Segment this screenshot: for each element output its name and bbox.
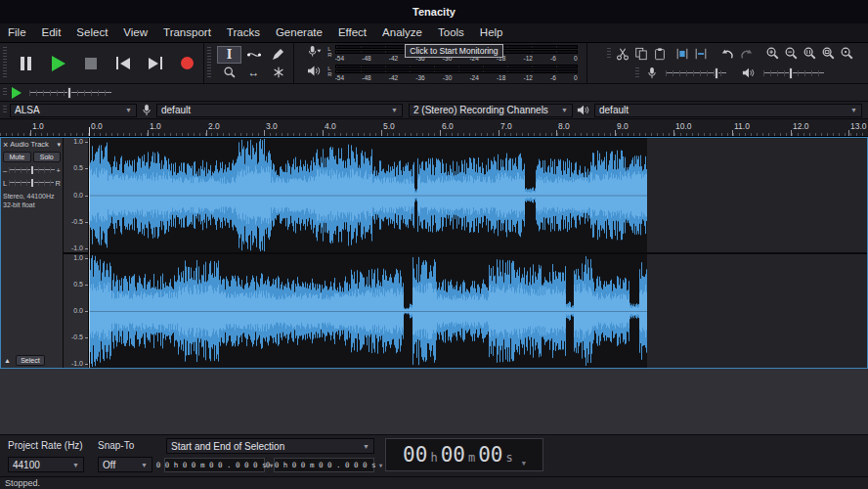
selection-start-time[interactable]: 0 0 h 0 0 m 0 0 . 0 0 0 s▼ [164,458,265,472]
play-speed-slider[interactable] [29,87,111,99]
zoom-out-icon [784,46,799,61]
pan-slider[interactable] [9,178,53,188]
ruler-tick-label: 2.0 [208,121,220,131]
toolbar-grip[interactable] [3,106,7,114]
play-meter-speaker-icon[interactable] [307,65,322,77]
project-rate-select[interactable]: 44100▼ [8,457,84,472]
menu-transport[interactable]: Transport [155,23,219,42]
play-button[interactable] [42,49,74,78]
silence-selection-button[interactable] [692,45,711,62]
mute-button[interactable]: Mute [3,152,31,162]
playback-meter-scale: -54-48-42-36-30-24-18-12-60 [335,74,578,82]
collapse-track-icon[interactable]: ▲ [4,357,11,364]
recording-meter[interactable]: LR -54-48-42-36-30-24-18-12-60 Click to … [303,44,577,64]
stop-button[interactable] [74,49,107,78]
slider-thumb[interactable] [30,178,34,188]
app-window: Tenacity FileEditSelectViewTransportTrac… [0,0,868,489]
menu-help[interactable]: Help [472,23,511,42]
play-at-speed-button[interactable] [10,84,25,101]
ruler-tick-label: 9.0 [617,121,629,131]
solo-button[interactable]: Solo [33,152,62,162]
track-menu-chevron-icon[interactable]: ▾ [57,141,61,149]
track-area: × Audio Track ▾ Mute Solo – + L R Stereo… [0,137,868,369]
draw-tool-button[interactable] [266,46,290,64]
zoom-toggle-button[interactable] [838,45,856,62]
toolbar-grip[interactable] [607,48,611,60]
slider-thumb[interactable] [67,87,71,99]
playback-device-select[interactable]: default▼ [594,104,862,117]
ruler-tick-label: 8.0 [558,121,570,131]
toolbar-grip[interactable] [635,67,639,79]
track-control-panel[interactable]: × Audio Track ▾ Mute Solo – + L R Stereo… [1,138,64,368]
track-title[interactable]: Audio Track [10,140,55,149]
menu-tracks[interactable]: Tracks [219,23,268,42]
gain-slider[interactable] [9,165,54,175]
menu-analyze[interactable]: Analyze [374,23,430,42]
envelope-tool-button[interactable] [241,46,266,64]
amplitude-scale-label: 0.5 [73,281,83,289]
amplitude-scale-label: 1.0 [73,254,83,262]
select-track-button[interactable]: Select [16,355,45,366]
cut-button[interactable] [614,45,632,62]
playback-volume-slider[interactable] [763,67,824,79]
zoom-tool-button[interactable] [217,64,241,81]
menu-view[interactable]: View [115,23,155,42]
status-text: Stopped. [5,478,40,488]
skip-to-start-button[interactable] [107,49,139,78]
skip-to-end-button[interactable] [139,49,171,78]
audio-position-display[interactable]: 00 h 00 m 00 s ▼ [385,438,543,471]
record-meter-mic-icon[interactable] [307,45,322,58]
menu-file[interactable]: File [0,23,34,42]
menu-tools[interactable]: Tools [430,23,472,42]
menu-effect[interactable]: Effect [330,23,374,42]
gain-plus-label: + [57,166,61,175]
paste-button[interactable] [651,45,670,62]
waveform-channel-2[interactable] [89,254,647,368]
selection-tool-button[interactable]: I [217,46,241,64]
time-shift-tool-button[interactable]: ↔ [241,64,266,81]
toolbar-grip[interactable] [3,47,7,79]
close-track-icon[interactable]: × [3,141,8,149]
menu-edit[interactable]: Edit [34,23,69,42]
redo-button[interactable] [737,45,756,62]
empty-track-space[interactable] [0,369,868,434]
menu-select[interactable]: Select [68,23,115,42]
copy-button[interactable] [632,45,651,62]
playback-meter-bar-l [335,65,578,68]
recording-volume-slider[interactable] [666,67,726,79]
toolbar-grip[interactable] [207,47,211,79]
audio-host-select[interactable]: ALSA▼ [10,104,137,117]
selection-end-time[interactable]: 0 0 h 0 0 m 0 0 . 0 0 0 s▼ [274,458,374,472]
project-rate-label: Project Rate (Hz) [8,440,83,451]
meter-channel-right: R [327,52,331,58]
device-toolbar: ALSA▼ default▼ 2 (Stereo) Recording Chan… [0,102,868,119]
undo-button[interactable] [718,45,737,62]
trim-outside-selection-button[interactable] [673,45,692,62]
multi-tool-button[interactable] [266,64,290,81]
slider-thumb[interactable] [715,67,718,79]
zoom-selection-button[interactable] [801,45,819,62]
meter-scale-value: -6 [550,55,556,63]
ruler-tick-mark [732,130,733,136]
zoom-in-button[interactable] [763,45,782,62]
menu-generate[interactable]: Generate [268,23,330,42]
zoom-fit-button[interactable] [819,45,838,62]
recording-channels-select[interactable]: 2 (Stereo) Recording Channels▼ [409,104,573,117]
recording-device-select[interactable]: default▼ [156,104,403,117]
ruler-tick-label: 3.0 [266,121,278,131]
playback-meter[interactable]: LR -54-48-42-36-30-24-18-12-60 [303,64,577,83]
slider-thumb[interactable] [30,165,34,175]
snap-to-select[interactable]: Off▼ [98,457,152,472]
monitoring-tooltip[interactable]: Click to Start Monitoring [405,44,502,58]
amplitude-scale-tick [85,196,88,197]
timeline-ruler[interactable]: 1.00.01.02.03.04.05.06.07.08.09.010.011.… [0,119,868,137]
slider-thumb[interactable] [789,67,793,79]
zoom-out-button[interactable] [782,45,801,62]
pause-button[interactable] [10,49,42,78]
waveform-area[interactable] [89,138,867,368]
record-button[interactable] [171,49,203,78]
waveform-channel-1[interactable] [89,138,647,252]
selection-mode-select[interactable]: Start and End of Selection▼ [166,438,374,454]
vertical-scale-ruler[interactable]: 1.00.50.0-0.5-1.0 1.00.50.0-0.5-1.0 [64,138,89,368]
toolbar-grip[interactable] [3,88,7,97]
